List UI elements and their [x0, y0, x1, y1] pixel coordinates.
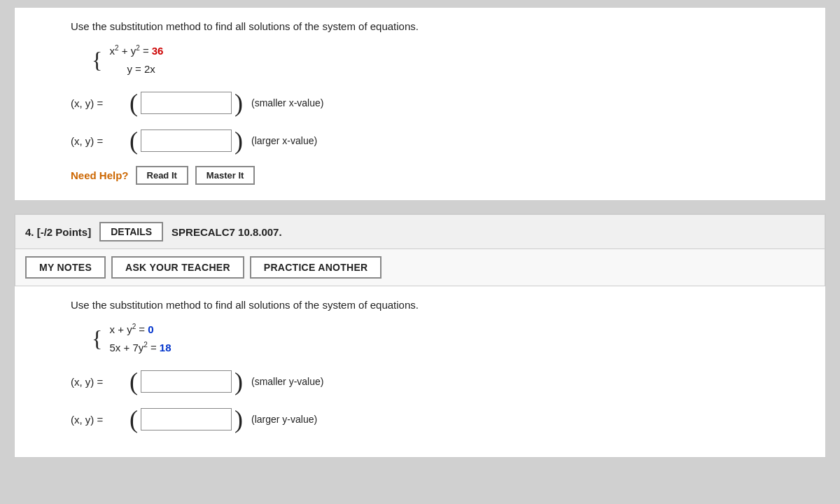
- problem-4-header: 4. [-/2 Points] DETAILS SPRECALC7 10.8.0…: [15, 214, 825, 249]
- answer2-hint: (larger x-value): [251, 135, 317, 146]
- p4-answer2-label: (x, y) =: [71, 414, 127, 426]
- need-help-label: Need Help?: [71, 169, 129, 181]
- p4-answer1-label: (x, y) =: [71, 376, 127, 388]
- problem-4-content: Use the substitution method to find all …: [15, 286, 825, 457]
- my-notes-button[interactable]: MY NOTES: [25, 256, 106, 279]
- p4-equation-line-1: x + y2 = 0: [110, 321, 172, 339]
- equation-line-2: y = 2x: [110, 60, 164, 78]
- brace-icon: {: [92, 48, 102, 73]
- prev-problem-card: Use the substitution method to find all …: [14, 7, 826, 201]
- p4-answer-row-1: (x, y) = ( ) (smaller y-value): [71, 369, 808, 394]
- p4-close-paren-1: ): [234, 369, 243, 394]
- answer-row-1: (x, y) = ( ) (smaller x-value): [71, 90, 808, 115]
- answer1-hint: (smaller x-value): [251, 97, 323, 108]
- answer2-input[interactable]: [141, 130, 232, 152]
- p4-answer2-hint: (larger y-value): [251, 414, 317, 425]
- answer1-label: (x, y) =: [71, 97, 127, 109]
- master-it-button[interactable]: Master It: [195, 166, 255, 185]
- open-paren-2: (: [130, 128, 138, 153]
- action-row: MY NOTES ASK YOUR TEACHER PRACTICE ANOTH…: [15, 249, 825, 286]
- ask-your-teacher-button[interactable]: ASK YOUR TEACHER: [111, 256, 244, 279]
- answer2-label: (x, y) =: [71, 135, 127, 147]
- p4-open-paren-2: (: [130, 407, 138, 432]
- problem-code: SPRECALC7 10.8.007.: [172, 226, 282, 238]
- problem-4-instruction: Use the substitution method to find all …: [71, 299, 808, 311]
- open-paren-1: (: [130, 90, 138, 115]
- p4-answer-row-2: (x, y) = ( ) (larger y-value): [71, 407, 808, 432]
- p4-answer1-hint: (smaller y-value): [251, 376, 323, 387]
- p4-equation-line-2: 5x + 7y2 = 18: [110, 339, 172, 357]
- brace-icon-2: {: [92, 326, 102, 351]
- answer1-input[interactable]: [141, 92, 232, 114]
- points-label: 4. [-/2 Points]: [25, 226, 91, 238]
- p4-answer1-input[interactable]: [141, 370, 232, 393]
- prev-equation-system: { x2 + y2 = 36 y = 2x: [92, 42, 808, 78]
- details-button[interactable]: DETAILS: [99, 222, 163, 241]
- close-paren-2: ): [234, 128, 243, 153]
- p4-open-paren-1: (: [130, 369, 138, 394]
- prev-problem-instruction: Use the substitution method to find all …: [71, 20, 808, 32]
- p4-answer2-input[interactable]: [141, 408, 232, 430]
- problem-4-equation-system: { x + y2 = 0 5x + 7y2 = 18: [92, 321, 808, 356]
- read-it-button[interactable]: Read It: [136, 166, 188, 185]
- close-paren-1: ): [234, 90, 243, 115]
- need-help-row: Need Help? Read It Master It: [71, 166, 808, 185]
- problem-4-card: 4. [-/2 Points] DETAILS SPRECALC7 10.8.0…: [14, 214, 826, 458]
- p4-close-paren-2: ): [234, 407, 243, 432]
- equation-line-1: x2 + y2 = 36: [110, 42, 164, 60]
- practice-another-button[interactable]: PRACTICE ANOTHER: [250, 256, 382, 279]
- answer-row-2: (x, y) = ( ) (larger x-value): [71, 128, 808, 153]
